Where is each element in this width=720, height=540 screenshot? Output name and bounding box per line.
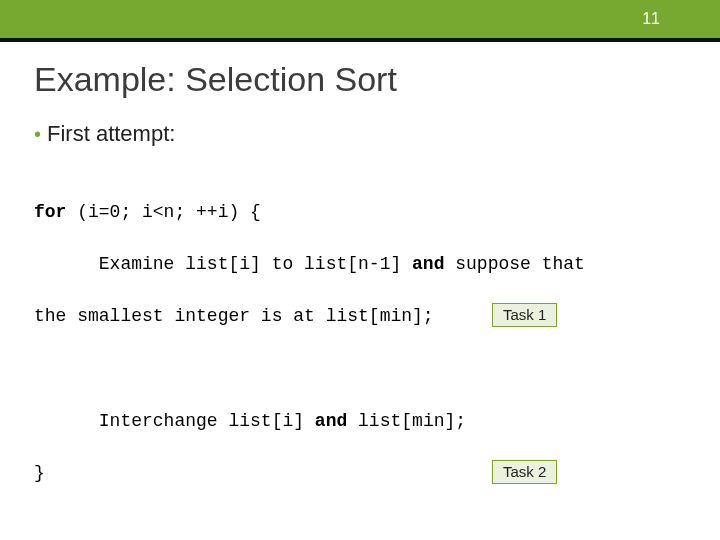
slide-title: Example: Selection Sort bbox=[34, 60, 686, 99]
task-1-badge: Task 1 bbox=[492, 303, 557, 327]
code-line-3: the smallest integer is at list[min]; Ta… bbox=[34, 303, 686, 329]
code-line-2: Examine list[i] to list[n-1] and suppose… bbox=[34, 251, 686, 277]
code-line-1: for (i=0; i<n; ++i) { bbox=[34, 199, 686, 225]
header-bar: 11 bbox=[0, 0, 720, 38]
code-line-4: Interchange list[i] and list[min]; bbox=[34, 408, 686, 434]
task-2-badge: Task 2 bbox=[492, 460, 557, 484]
bullet-dot-icon: • bbox=[34, 124, 41, 144]
code-block: for (i=0; i<n; ++i) { Examine list[i] to… bbox=[34, 173, 686, 538]
slide-content: Example: Selection Sort • First attempt:… bbox=[0, 42, 720, 538]
code-line-blank bbox=[34, 356, 686, 382]
bullet-item: • First attempt: bbox=[34, 121, 686, 147]
page-number: 11 bbox=[642, 10, 660, 28]
bullet-text: First attempt: bbox=[47, 121, 175, 147]
code-line-5: }Task 2 bbox=[34, 460, 686, 486]
